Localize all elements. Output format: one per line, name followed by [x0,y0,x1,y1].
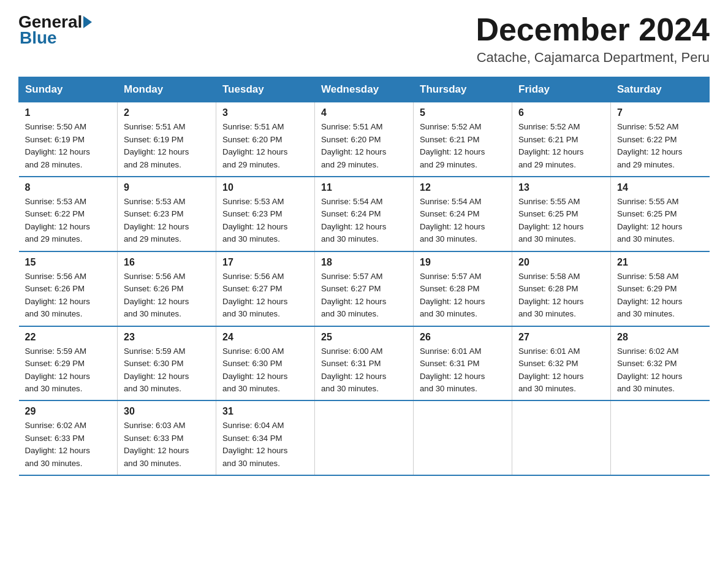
calendar-cell: 3Sunrise: 5:51 AMSunset: 6:20 PMDaylight… [216,102,315,177]
day-number: 7 [617,107,703,118]
calendar-cell: 23Sunrise: 5:59 AMSunset: 6:30 PMDayligh… [118,326,216,401]
calendar-table: Sunday Monday Tuesday Wednesday Thursday… [18,77,710,476]
calendar-cell: 2Sunrise: 5:51 AMSunset: 6:19 PMDaylight… [118,102,216,177]
day-info: Sunrise: 6:02 AMSunset: 6:33 PMDaylight:… [25,419,112,470]
col-tuesday: Tuesday [216,77,315,102]
day-info: Sunrise: 6:04 AMSunset: 6:34 PMDaylight:… [222,419,308,470]
day-number: 3 [222,107,308,118]
col-sunday: Sunday [19,77,118,102]
day-number: 4 [321,107,407,118]
day-info: Sunrise: 5:58 AMSunset: 6:28 PMDaylight:… [518,270,604,321]
day-info: Sunrise: 5:59 AMSunset: 6:29 PMDaylight:… [25,345,112,396]
calendar-cell: 1Sunrise: 5:50 AMSunset: 6:19 PMDaylight… [19,102,118,177]
calendar-week-row: 15Sunrise: 5:56 AMSunset: 6:26 PMDayligh… [19,251,710,326]
calendar-cell: 12Sunrise: 5:54 AMSunset: 6:24 PMDayligh… [414,177,512,251]
day-number: 22 [25,332,112,343]
calendar-cell: 4Sunrise: 5:51 AMSunset: 6:20 PMDaylight… [315,102,414,177]
day-info: Sunrise: 5:53 AMSunset: 6:23 PMDaylight:… [124,196,210,246]
day-info: Sunrise: 5:55 AMSunset: 6:25 PMDaylight:… [518,196,604,246]
calendar-cell: 22Sunrise: 5:59 AMSunset: 6:29 PMDayligh… [19,326,118,401]
col-wednesday: Wednesday [315,77,414,102]
day-info: Sunrise: 5:57 AMSunset: 6:27 PMDaylight:… [321,270,407,321]
day-info: Sunrise: 5:51 AMSunset: 6:20 PMDaylight:… [222,121,308,171]
day-number: 16 [124,257,210,268]
calendar-cell: 18Sunrise: 5:57 AMSunset: 6:27 PMDayligh… [315,251,414,326]
day-number: 29 [25,406,112,417]
day-number: 25 [321,332,407,343]
day-info: Sunrise: 5:52 AMSunset: 6:21 PMDaylight:… [518,121,604,171]
calendar-cell: 30Sunrise: 6:03 AMSunset: 6:33 PMDayligh… [118,400,216,475]
day-info: Sunrise: 5:58 AMSunset: 6:29 PMDaylight:… [617,270,703,321]
calendar-week-row: 1Sunrise: 5:50 AMSunset: 6:19 PMDaylight… [19,102,710,177]
calendar-cell [414,400,512,475]
calendar-cell: 8Sunrise: 5:53 AMSunset: 6:22 PMDaylight… [19,177,118,251]
day-number: 13 [518,182,604,193]
day-number: 15 [25,257,112,268]
col-saturday: Saturday [611,77,710,102]
calendar-cell [611,400,710,475]
day-number: 28 [617,332,703,343]
day-info: Sunrise: 6:03 AMSunset: 6:33 PMDaylight:… [124,419,210,470]
col-thursday: Thursday [414,77,512,102]
day-number: 30 [124,406,210,417]
col-friday: Friday [512,77,611,102]
calendar-cell: 7Sunrise: 5:52 AMSunset: 6:22 PMDaylight… [611,102,710,177]
day-info: Sunrise: 6:00 AMSunset: 6:30 PMDaylight:… [222,345,308,396]
day-number: 20 [518,257,604,268]
calendar-cell: 21Sunrise: 5:58 AMSunset: 6:29 PMDayligh… [611,251,710,326]
logo-blue-text: Blue [18,28,57,48]
day-info: Sunrise: 5:52 AMSunset: 6:22 PMDaylight:… [617,121,703,171]
day-info: Sunrise: 5:54 AMSunset: 6:24 PMDaylight:… [420,196,506,246]
calendar-cell: 5Sunrise: 5:52 AMSunset: 6:21 PMDaylight… [414,102,512,177]
day-number: 14 [617,182,703,193]
day-info: Sunrise: 5:54 AMSunset: 6:24 PMDaylight:… [321,196,407,246]
day-number: 12 [420,182,506,193]
day-number: 10 [222,182,308,193]
day-info: Sunrise: 5:50 AMSunset: 6:19 PMDaylight:… [25,121,112,171]
calendar-cell: 9Sunrise: 5:53 AMSunset: 6:23 PMDaylight… [118,177,216,251]
day-info: Sunrise: 5:56 AMSunset: 6:26 PMDaylight:… [25,270,112,321]
day-info: Sunrise: 6:01 AMSunset: 6:32 PMDaylight:… [518,345,604,396]
page-header: General Blue December 2024 Catache, Caja… [18,12,710,66]
calendar-cell: 16Sunrise: 5:56 AMSunset: 6:26 PMDayligh… [118,251,216,326]
page-subtitle: Catache, Cajamarca Department, Peru [476,50,710,66]
day-info: Sunrise: 6:01 AMSunset: 6:31 PMDaylight:… [420,345,506,396]
day-info: Sunrise: 5:51 AMSunset: 6:20 PMDaylight:… [321,121,407,171]
calendar-cell: 31Sunrise: 6:04 AMSunset: 6:34 PMDayligh… [216,400,315,475]
calendar-week-row: 29Sunrise: 6:02 AMSunset: 6:33 PMDayligh… [19,400,710,475]
header-row: Sunday Monday Tuesday Wednesday Thursday… [19,77,710,102]
calendar-cell: 17Sunrise: 5:56 AMSunset: 6:27 PMDayligh… [216,251,315,326]
day-number: 5 [420,107,506,118]
calendar-cell [315,400,414,475]
calendar-cell [512,400,611,475]
calendar-cell: 27Sunrise: 6:01 AMSunset: 6:32 PMDayligh… [512,326,611,401]
calendar-cell: 28Sunrise: 6:02 AMSunset: 6:32 PMDayligh… [611,326,710,401]
day-number: 24 [222,332,308,343]
logo-arrow-icon [83,16,92,28]
calendar-cell: 26Sunrise: 6:01 AMSunset: 6:31 PMDayligh… [414,326,512,401]
day-info: Sunrise: 5:56 AMSunset: 6:26 PMDaylight:… [124,270,210,321]
calendar-cell: 24Sunrise: 6:00 AMSunset: 6:30 PMDayligh… [216,326,315,401]
day-number: 21 [617,257,703,268]
calendar-cell: 6Sunrise: 5:52 AMSunset: 6:21 PMDaylight… [512,102,611,177]
calendar-cell: 15Sunrise: 5:56 AMSunset: 6:26 PMDayligh… [19,251,118,326]
day-number: 31 [222,406,308,417]
day-number: 26 [420,332,506,343]
calendar-body: 1Sunrise: 5:50 AMSunset: 6:19 PMDaylight… [19,102,710,476]
day-info: Sunrise: 5:53 AMSunset: 6:22 PMDaylight:… [25,196,112,246]
calendar-header: Sunday Monday Tuesday Wednesday Thursday… [19,77,710,102]
day-number: 18 [321,257,407,268]
day-info: Sunrise: 5:55 AMSunset: 6:25 PMDaylight:… [617,196,703,246]
day-number: 6 [518,107,604,118]
day-info: Sunrise: 5:57 AMSunset: 6:28 PMDaylight:… [420,270,506,321]
day-number: 11 [321,182,407,193]
day-info: Sunrise: 5:59 AMSunset: 6:30 PMDaylight:… [124,345,210,396]
col-monday: Monday [118,77,216,102]
day-number: 2 [124,107,210,118]
day-number: 19 [420,257,506,268]
logo: General Blue [18,12,93,48]
day-info: Sunrise: 5:51 AMSunset: 6:19 PMDaylight:… [124,121,210,171]
day-number: 1 [25,107,112,118]
calendar-cell: 14Sunrise: 5:55 AMSunset: 6:25 PMDayligh… [611,177,710,251]
calendar-week-row: 8Sunrise: 5:53 AMSunset: 6:22 PMDaylight… [19,177,710,251]
